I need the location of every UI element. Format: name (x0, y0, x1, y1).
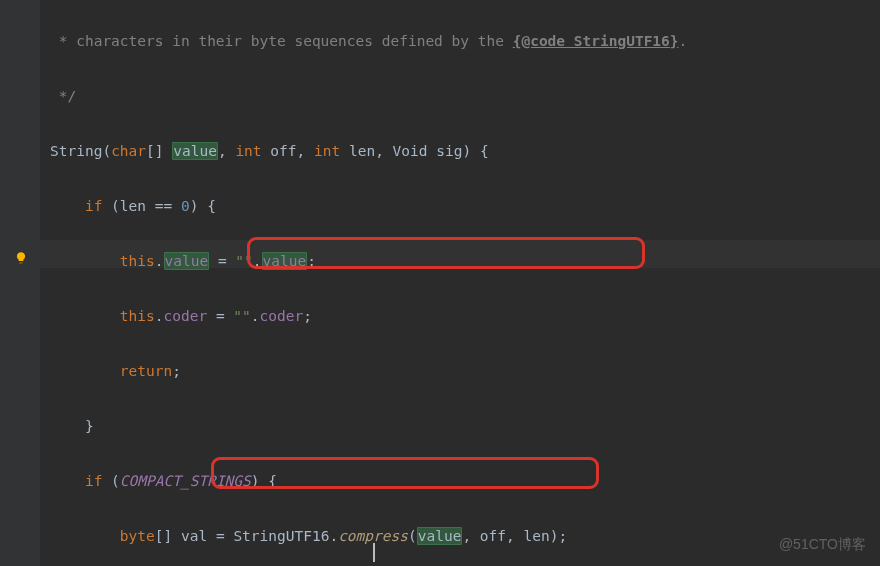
const-compact-strings: COMPACT_STRINGS (120, 473, 251, 489)
code-line: } (50, 413, 880, 441)
javadoc-tag: {@code StringUTF16} (513, 33, 679, 49)
editor-gutter (0, 0, 40, 566)
field-value: value (164, 252, 210, 270)
code-line: return; (50, 358, 880, 386)
code-line-current: byte[] val = StringUTF16.compress(value,… (50, 523, 880, 551)
code-line: if (COMPACT_STRINGS) { (50, 468, 880, 496)
comment-text: * characters in their byte sequences def… (50, 33, 513, 49)
code-line: this.value = "".value; (50, 248, 880, 276)
watermark-text: @51CTO博客 (779, 531, 866, 559)
param-value: value (172, 142, 218, 160)
lightbulb-icon[interactable] (14, 247, 28, 275)
comment-text: . (679, 33, 688, 49)
code-line: */ (50, 83, 880, 111)
code-line: String(char[] value, int off, int len, V… (50, 138, 880, 166)
code-line: this.coder = "".coder; (50, 303, 880, 331)
code-line: * characters in their byte sequences def… (50, 28, 880, 56)
code-editor[interactable]: * characters in their byte sequences def… (40, 0, 880, 566)
code-line: if (len == 0) { (50, 193, 880, 221)
ctor-name: String (50, 143, 102, 159)
comment-end: */ (50, 88, 76, 104)
